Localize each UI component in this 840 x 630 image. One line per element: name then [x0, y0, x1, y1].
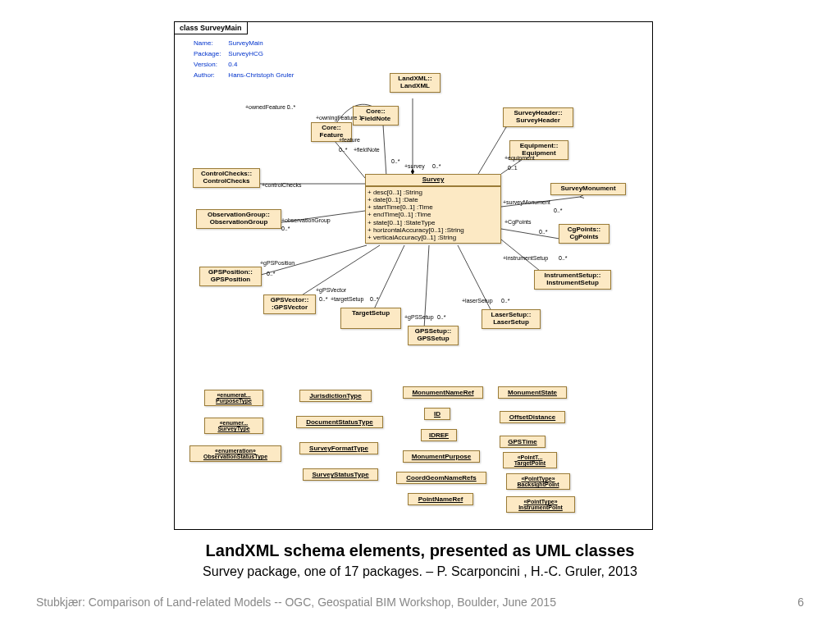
rel-owningfeature: +owningFeature 1 — [316, 115, 362, 121]
class-surveystatus: SurveyStatusType — [303, 468, 378, 481]
class-backsight: «PointType» BacksightPoint — [506, 473, 570, 490]
diagram-frame: class SurveyMain Name:SurveyMain Package… — [174, 21, 653, 530]
class-surveyheader: SurveyHeader:: SurveyHeader — [503, 107, 573, 127]
class-survey: Survey + desc[0..1] :String + date[0..1]… — [365, 174, 501, 244]
frame-title-text: class SurveyMain — [180, 24, 242, 32]
class-landxml: LandXML:: LandXML — [390, 73, 441, 93]
rel-lasersetup-m: 0..* — [501, 298, 510, 304]
class-surveytype: «enumer... SurveyType — [204, 418, 263, 434]
rel-cgpoints: +CgPoints — [504, 219, 532, 225]
class-gpssetup: GPSSetup:: GPSSetup — [408, 326, 459, 345]
class-id: ID — [424, 408, 450, 420]
svg-line-3 — [383, 125, 386, 176]
rel-gpspos-m: 0..* — [267, 271, 276, 276]
svg-line-9 — [372, 245, 404, 314]
class-monpurpose: MonumentPurpose — [403, 450, 480, 463]
class-survey-header: Survey — [366, 175, 500, 186]
frame-title-tab: class SurveyMain — [175, 22, 248, 34]
rel-instrsetup: +instrumentSetup — [503, 255, 548, 261]
rel-surveymon: +surveyMonument — [503, 199, 550, 205]
page-number: 6 — [797, 596, 804, 609]
rel-obsgroup-m: 0..* — [281, 226, 290, 231]
class-targetsetup: TargetSetup — [340, 308, 401, 329]
class-surveyformat: SurveyFormatType — [299, 442, 378, 454]
class-surveymonument: SurveyMonument — [550, 183, 626, 195]
class-docstatus: DocumentStatusType — [296, 416, 383, 428]
class-gpsposition: GPSPosition:: GPSPosition — [199, 267, 262, 286]
class-metadata: Name:SurveyMain Package:SurveyHCG Versio… — [191, 37, 296, 81]
rel-feature-m: 0..* — [339, 147, 348, 153]
rel-gpspos: +gPSPosition — [260, 260, 294, 266]
rel-gpssetup-m: 0..* — [437, 314, 446, 320]
rel-lasersetup: +laserSetup — [462, 298, 493, 304]
rel-feature: +feature — [339, 137, 360, 143]
class-coordgeom: CoordGeomNameRefs — [396, 472, 486, 484]
class-controlchecks: ControlChecks:: ControlChecks — [193, 168, 260, 188]
rel-controlchecks: +controlChecks — [262, 182, 301, 188]
rel-survey: +survey — [404, 163, 425, 169]
class-obsstatus: «enumeration» ObservationStatusType — [189, 445, 281, 462]
class-idref: IDREF — [421, 429, 457, 441]
rel-targetsetup-m: 0..* — [370, 296, 379, 302]
rel-obsgroup: +observationGroup — [281, 217, 331, 223]
rel-instrsetup-m: 0..* — [559, 255, 568, 261]
class-instrpoint: «PointType» InstrumentPoint — [506, 496, 575, 513]
rel-targetsetup: +targetSetup — [331, 296, 363, 302]
rel-surveymon-m: 0..* — [554, 208, 563, 213]
svg-line-13 — [501, 229, 564, 240]
class-instrumentsetup: InstrumentSetup:: InstrumentSetup — [534, 270, 611, 290]
class-lasersetup: LaserSetup:: LaserSetup — [482, 309, 541, 329]
caption-title: LandXML schema elements, presented as UM… — [0, 541, 840, 560]
rel-fieldnote-m: 0..* — [391, 158, 400, 164]
class-gpsvector: GPSVector:: :GPSVector — [263, 294, 316, 314]
footer-left: Stubkjær: Comparison of Land-related Mod… — [36, 596, 556, 609]
rel-cgpoints-m: 0..* — [539, 229, 548, 235]
class-survey-attrs: + desc[0..1] :String + date[0..1] :Date … — [366, 186, 500, 243]
class-offsetdist: OffsetDistance — [500, 411, 565, 423]
class-jurisdiction: JurisdictionType — [299, 390, 372, 402]
svg-line-1 — [478, 127, 506, 174]
caption-subtitle: Survey package, one of 17 packages. – P.… — [0, 564, 840, 579]
rel-gpsvec: +gPSVector — [316, 287, 346, 293]
class-purposetype: «enumerat... PurposeType — [204, 390, 263, 406]
rel-fieldnote: +fieldNote — [354, 147, 380, 153]
rel-ownedfeature: +ownedFeature 0..* — [245, 104, 295, 110]
rel-gpsvec-m: 0..* — [319, 296, 328, 302]
class-monnameref: MonumentNameRef — [403, 386, 483, 399]
rel-survey-m: 0..* — [432, 163, 441, 169]
class-observationgroup: ObservationGroup:: ObservationGroup — [196, 209, 281, 229]
class-cgpoints: CgPoints:: CgPoints — [559, 224, 609, 244]
rel-gpssetup: +gPSSetup — [404, 314, 434, 320]
rel-equipment-m: 0..1 — [508, 165, 518, 171]
class-gpstime: GPSTime — [500, 436, 546, 448]
class-monstate: MonumentState — [498, 386, 567, 399]
class-targetpoint: «PointT... TargetPoint — [503, 452, 557, 468]
class-pointnameref: PointNameRef — [408, 493, 473, 505]
svg-line-11 — [458, 245, 495, 317]
rel-equipment: +equipment — [504, 155, 535, 161]
